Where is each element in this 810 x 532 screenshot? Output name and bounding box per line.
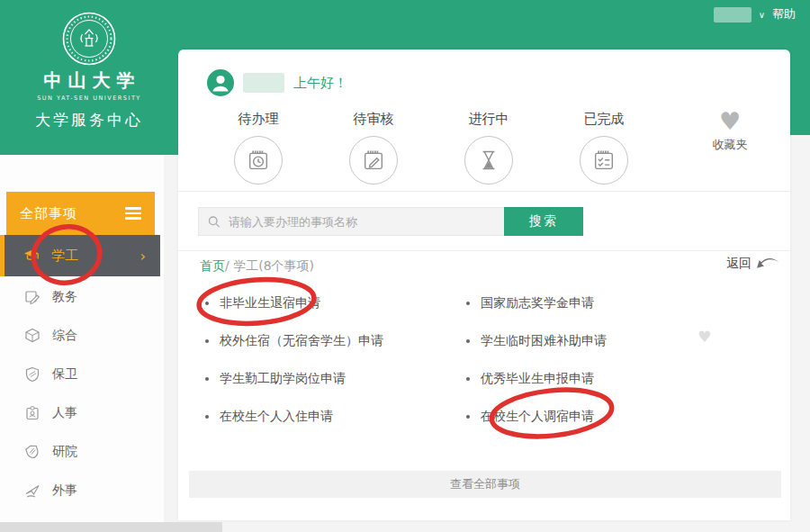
favorites-button[interactable]: ♥ 收藏夹 <box>705 109 755 153</box>
bullet-icon <box>466 415 470 419</box>
bullet-icon <box>466 339 470 343</box>
sidebar-item-label: 人事 <box>52 405 77 421</box>
service-item[interactable]: 优秀毕业生申报申请 <box>466 371 727 387</box>
breadcrumb-home-link[interactable]: 首页 <box>200 258 225 273</box>
heart-icon: ♥ <box>705 109 755 134</box>
bullet-icon <box>205 415 209 419</box>
services-grid: 非毕业生退宿申请 国家励志奖学金申请 校外住宿（无宿舍学生）申请 学生临时困难补… <box>205 284 727 436</box>
main-panel: 上午好！ 待办理 待审核 进行中 <box>178 50 790 520</box>
favorite-heart-icon[interactable]: ♥ <box>698 328 711 346</box>
all-items-label: 全部事项 <box>20 205 77 222</box>
university-name-en: SUN YAT-SEN UNIVERSITY <box>0 95 178 102</box>
shield-icon <box>24 366 40 383</box>
back-button[interactable]: 返回 <box>726 256 779 272</box>
service-label: 优秀毕业生申报申请 <box>481 371 594 387</box>
sidebar-nav-list: 教务 综合 保卫 人事 <box>0 277 160 509</box>
portal-name: 大学服务中心 <box>0 110 178 131</box>
chevron-down-icon[interactable]: ∨ <box>759 10 765 20</box>
favorites-label: 收藏夹 <box>705 137 755 153</box>
calendar-clock-icon <box>246 148 271 173</box>
hourglass-icon <box>476 148 501 173</box>
sidebar-item-label: 保卫 <box>52 366 77 383</box>
tile-in-progress[interactable]: 进行中 <box>444 111 534 185</box>
section-divider <box>178 250 790 251</box>
sidebar-item-baowei[interactable]: 保卫 <box>0 355 160 393</box>
sidebar-item-yanyuan[interactable]: 研院 <box>0 432 160 471</box>
service-label: 在校生个人调宿申请 <box>481 409 594 425</box>
tile-label: 待办理 <box>213 111 303 128</box>
plane-icon <box>24 482 40 499</box>
sysu-seal-icon <box>61 11 117 67</box>
university-name-cn: 中山大学 <box>0 68 178 93</box>
masked-display-name <box>243 73 284 93</box>
service-label: 非毕业生退宿申请 <box>220 295 320 311</box>
horizontal-scrollbar[interactable] <box>0 522 222 532</box>
service-label: 国家励志奖学金申请 <box>481 295 594 311</box>
badge-icon <box>24 444 40 460</box>
curved-arrow-left-icon <box>756 257 779 272</box>
help-link[interactable]: 帮助 <box>772 6 796 23</box>
bullet-icon <box>205 339 209 343</box>
search-bar: 搜索 <box>198 207 583 236</box>
bullet-icon <box>466 302 470 305</box>
service-item[interactable]: 在校生个人入住申请 <box>205 409 466 425</box>
tile-review[interactable]: 待审核 <box>328 111 418 185</box>
cube-icon <box>24 328 40 344</box>
breadcrumb: 首页/ 学工(8个事项) <box>200 258 314 275</box>
service-item[interactable]: 学生勤工助学岗位申请 <box>205 371 466 387</box>
graduation-cap-icon <box>22 248 40 264</box>
search-input[interactable] <box>229 215 495 229</box>
service-item[interactable]: 学生临时困难补助申请 <box>466 333 727 349</box>
sidebar-item-label: 学工 <box>51 248 78 265</box>
sidebar-item-label: 综合 <box>52 328 77 344</box>
sidebar-item-xuegong[interactable]: 学工 › <box>0 235 160 276</box>
masked-username[interactable] <box>714 7 752 23</box>
tile-completed[interactable]: 已完成 <box>559 111 649 185</box>
view-all-button[interactable]: 查看全部事项 <box>189 471 781 498</box>
notepad-pencil-icon <box>361 148 386 173</box>
section-divider <box>178 191 790 192</box>
sidebar-item-renshi[interactable]: 人事 <box>0 393 160 432</box>
bullet-icon <box>205 377 209 381</box>
sidebar-item-label: 研院 <box>52 444 77 460</box>
sidebar-item-jiaowu[interactable]: 教务 <box>0 277 160 316</box>
chevron-right-icon: › <box>140 248 146 265</box>
bullet-icon <box>205 302 209 305</box>
tile-label: 已完成 <box>559 111 649 128</box>
service-label: 在校生个人入住申请 <box>220 409 333 425</box>
sidebar-item-zonghe[interactable]: 综合 <box>0 316 160 355</box>
service-label: 校外住宿（无宿舍学生）申请 <box>220 333 383 349</box>
sidebar-item-label: 教务 <box>52 289 77 305</box>
search-icon <box>208 215 220 229</box>
book-edit-icon <box>24 289 40 305</box>
id-card-icon <box>24 405 40 421</box>
topbar-right: ∨ 帮助 <box>714 6 796 23</box>
greeting-text: 上午好！ <box>293 75 347 92</box>
tile-label: 待审核 <box>328 111 418 128</box>
sidebar: 全部事项 学工 › 教务 综合 <box>0 155 164 522</box>
breadcrumb-current: 学工(8个事项) <box>233 258 314 273</box>
breadcrumb-separator: / <box>225 258 233 273</box>
service-item[interactable]: 校外住宿（无宿舍学生）申请 <box>205 333 466 349</box>
service-label: 学生临时困难补助申请 <box>481 333 607 349</box>
service-item[interactable]: 国家励志奖学金申请 <box>466 295 727 311</box>
greeting-row: 上午好！ <box>207 69 347 96</box>
service-item[interactable]: 在校生个人调宿申请 <box>466 409 727 425</box>
tile-label: 进行中 <box>444 111 534 128</box>
checklist-icon <box>591 148 616 173</box>
hamburger-icon <box>125 207 141 220</box>
sidebar-item-label: 外事 <box>52 482 77 499</box>
brand-panel: 中山大学 SUN YAT-SEN UNIVERSITY 大学服务中心 <box>0 0 178 155</box>
service-item[interactable]: 非毕业生退宿申请 <box>205 295 466 311</box>
search-field-wrap <box>198 207 504 236</box>
bullet-icon <box>466 377 470 381</box>
sidebar-item-waishi[interactable]: 外事 <box>0 471 160 509</box>
user-avatar-icon <box>207 69 234 96</box>
search-button[interactable]: 搜索 <box>504 207 583 236</box>
all-items-button[interactable]: 全部事项 <box>6 192 155 235</box>
back-label: 返回 <box>726 256 752 272</box>
service-label: 学生勤工助学岗位申请 <box>220 371 346 387</box>
tile-pending[interactable]: 待办理 <box>213 111 303 185</box>
